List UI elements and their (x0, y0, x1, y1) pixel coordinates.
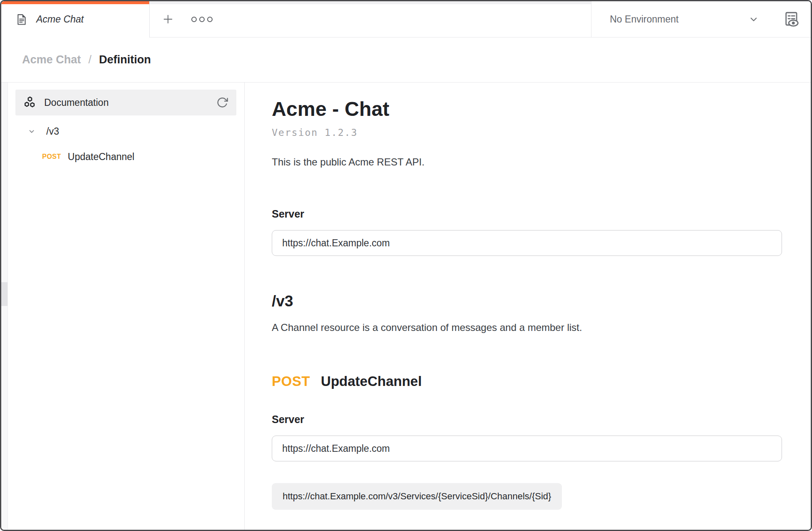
refresh-button[interactable] (214, 94, 231, 111)
endpoint-heading-row: POST UpdateChannel (272, 373, 786, 389)
tab-more-button[interactable] (191, 17, 213, 22)
api-version: Version 1.2.3 (272, 127, 786, 138)
method-badge-post: POST (42, 153, 61, 160)
app-window: Acme Chat No Environment (0, 0, 812, 531)
active-tab-accent (1, 1, 149, 4)
api-description: This is the public Acme REST API. (272, 156, 786, 168)
endpoint-name: UpdateChannel (321, 373, 422, 389)
breadcrumb-workspace[interactable]: Acme Chat (22, 53, 81, 66)
v3-section-description: A Channel resource is a conversation of … (272, 322, 786, 333)
chevron-down-icon (747, 13, 760, 25)
tab-bar: Acme Chat No Environment (1, 1, 811, 38)
sidebar-tree-folder-v3[interactable]: /v3 (8, 119, 244, 144)
sidebar-tree-request-updatechannel[interactable]: POST UpdateChannel (8, 144, 244, 170)
breadcrumb-separator: / (88, 53, 92, 66)
sidebar-item-documentation[interactable]: Documentation (15, 90, 236, 115)
tab-actions (150, 1, 213, 37)
v3-section-heading: /v3 (272, 293, 786, 310)
endpoint-server-heading: Server (272, 413, 786, 426)
plus-icon (162, 13, 174, 25)
sidebar: Documentation /v3 (8, 83, 245, 530)
new-tab-button[interactable] (162, 13, 174, 25)
endpoint-request-url: https://chat.Example.com/v3/Services/{Se… (272, 483, 562, 510)
api-title: Acme - Chat (272, 98, 786, 120)
environment-area: No Environment (591, 1, 811, 37)
server-url-input[interactable] (272, 230, 782, 256)
document-icon (15, 13, 28, 26)
tab-acme-chat[interactable]: Acme Chat (1, 1, 150, 38)
chevron-down-icon (27, 127, 36, 136)
environment-selector-label[interactable]: No Environment (610, 14, 679, 25)
server-section-heading: Server (272, 208, 786, 220)
more-options-icon (191, 17, 213, 22)
sidebar-folder-label: /v3 (46, 126, 59, 137)
breadcrumb-current: Definition (99, 53, 151, 66)
environment-eye-icon (782, 10, 800, 28)
sidebar-documentation-label: Documentation (44, 97, 109, 108)
hexagons-icon (23, 96, 36, 109)
main-region: Documentation /v3 (1, 82, 811, 530)
sidebar-request-label: UpdateChannel (68, 151, 135, 163)
endpoint-method-post: POST (272, 373, 310, 389)
refresh-icon (216, 96, 229, 109)
documentation-panel: Acme - Chat Version 1.2.3 This is the pu… (245, 83, 811, 530)
panel-drag-handle[interactable] (1, 282, 8, 306)
tab-title: Acme Chat (36, 14, 84, 25)
left-rail (1, 83, 8, 530)
environment-dropdown-button[interactable] (747, 13, 760, 25)
environment-quick-look-button[interactable] (782, 10, 800, 28)
breadcrumb: Acme Chat / Definition (1, 38, 811, 82)
endpoint-server-url-input[interactable] (272, 436, 782, 461)
